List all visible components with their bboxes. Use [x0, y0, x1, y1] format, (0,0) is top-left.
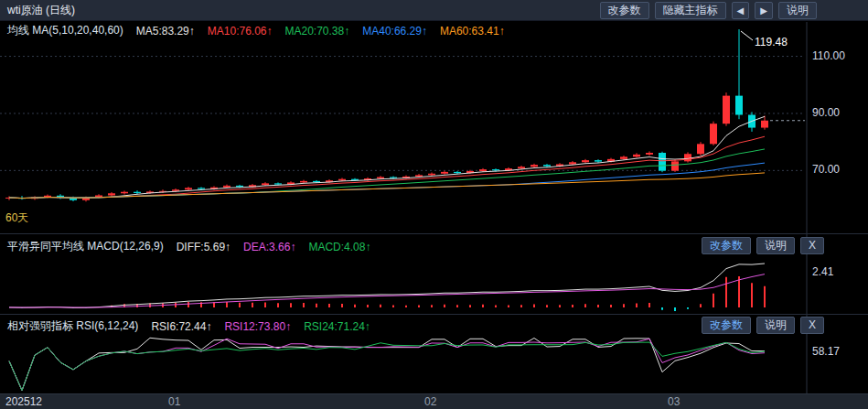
rsi12-label: RSI12:73.80↑	[224, 320, 291, 333]
ma-title: 均线 MA(5,10,20,40,60)	[7, 23, 123, 38]
ma10-label: MA10:76.06↑	[208, 25, 273, 38]
hide-main-indicator-button[interactable]: 隐藏主指标	[655, 2, 726, 19]
price-axis-label: 70.00	[812, 163, 840, 176]
dea-label: DEA:3.66↑	[243, 241, 295, 253]
rsi-change-params-button[interactable]: 改参数	[702, 317, 751, 334]
macd-close-button[interactable]: X	[800, 237, 824, 254]
macd-plot	[9, 264, 765, 311]
macd-help-button[interactable]: 说明	[756, 237, 795, 254]
macd-panel-buttons: 改参数 说明 X	[702, 237, 824, 254]
rsi-axis-label: 58.17	[812, 345, 840, 358]
app-window: wti原油 (日线) 改参数 隐藏主指标 ◀ ▶ 说明 均线 MA(5,10,2…	[0, 0, 868, 409]
ma20-label: MA20:70.38↑	[285, 25, 350, 38]
rsi-panel-buttons: 改参数 说明 X	[702, 317, 824, 334]
macd-label: MACD:4.08↑	[308, 241, 370, 253]
prev-button[interactable]: ◀	[732, 2, 750, 19]
macd-axis-label: 2.41	[812, 265, 833, 278]
ma40-label: MA40:66.29↑	[362, 25, 427, 38]
rsi-title: 相对强弱指标 RSI(6,12,24)	[7, 318, 138, 334]
ma60-label: MA60:63.41↑	[440, 25, 505, 38]
chart-canvas[interactable]	[0, 0, 868, 409]
x-axis-label: 03	[668, 395, 680, 408]
top-bar-buttons: 改参数 隐藏主指标 ◀ ▶ 说明	[600, 2, 817, 19]
arrow-left-icon: ◀	[737, 5, 745, 16]
rsi6-label: RSI6:72.44↑	[151, 320, 211, 333]
ma5-label: MA5:83.29↑	[136, 25, 195, 38]
change-params-button[interactable]: 改参数	[600, 2, 649, 19]
diff-label: DIFF:5.69↑	[177, 241, 230, 253]
x-axis-label: 02	[424, 395, 436, 408]
range-label: 60天	[5, 210, 28, 226]
x-axis-bar: 202512 01 02 03	[0, 393, 868, 409]
price-axis-label: 90.00	[812, 106, 840, 119]
x-axis-label: 01	[168, 395, 180, 408]
macd-indicator-row: 平滑异同平均线 MACD(12,26,9) DIFF:5.69↑ DEA:3.6…	[7, 239, 370, 254]
arrow-right-icon: ▶	[760, 5, 767, 16]
rsi-help-button[interactable]: 说明	[756, 317, 795, 334]
next-button[interactable]: ▶	[755, 2, 773, 19]
rsi24-label: RSI24:71.24↑	[304, 320, 370, 333]
peak-price-label: 119.48	[755, 36, 788, 48]
x-axis-label: 202512	[5, 395, 42, 408]
grid-lines	[0, 22, 807, 393]
rsi-close-button[interactable]: X	[800, 317, 824, 334]
panel-separator	[0, 314, 868, 315]
panel-separator	[0, 233, 868, 234]
macd-change-params-button[interactable]: 改参数	[702, 237, 751, 254]
chart-title: wti原油 (日线)	[7, 3, 75, 18]
help-button[interactable]: 说明	[778, 2, 817, 19]
rsi-indicator-row: 相对强弱指标 RSI(6,12,24) RSI6:72.44↑ RSI12:73…	[7, 318, 370, 334]
price-axis-label: 110.00	[812, 49, 845, 62]
top-bar: wti原油 (日线) 改参数 隐藏主指标 ◀ ▶ 说明	[0, 0, 868, 21]
macd-title: 平滑异同平均线 MACD(12,26,9)	[7, 239, 164, 254]
rsi-plot	[9, 338, 765, 390]
ma-indicator-row: 均线 MA(5,10,20,40,60) MA5:83.29↑ MA10:76.…	[7, 23, 505, 38]
candles	[5, 29, 768, 201]
